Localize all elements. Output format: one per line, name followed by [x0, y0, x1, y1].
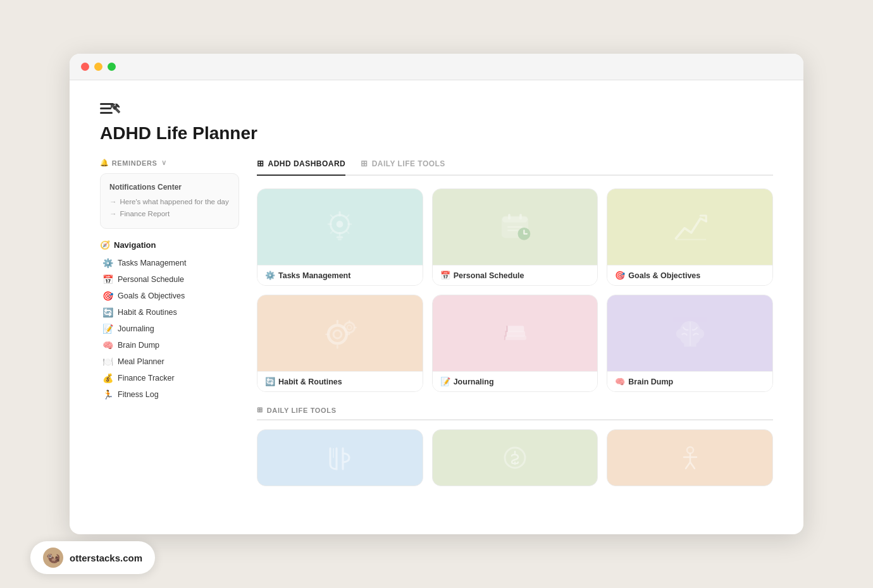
nav-header: 🧭 Navigation: [100, 240, 239, 250]
daily-tools-divider: ⊞ DAILY LIFE TOOLS: [257, 406, 773, 420]
app-window: ADHD Life Planner 🔔 REMINDERS ∨ Notifica…: [70, 54, 803, 534]
card-goals-visual: [607, 189, 772, 265]
card-habits-label-icon: 🔄: [265, 377, 275, 386]
sidebar-item-journaling[interactable]: 📝 Journaling: [100, 321, 239, 337]
card-schedule-label: 📅 Personal Schedule: [433, 265, 598, 285]
journaling-icon: 📝: [102, 324, 113, 334]
svg-line-8: [331, 215, 333, 217]
reminders-icon: 🔔: [100, 159, 109, 167]
tab-dashboard-icon: ⊞: [257, 159, 264, 168]
minimize-button[interactable]: [94, 63, 102, 71]
card-journaling-label-icon: 📝: [440, 377, 450, 386]
card-tasks-label: ⚙️ Tasks Management: [257, 265, 423, 285]
svg-point-29: [345, 322, 355, 333]
sidebar-item-finance[interactable]: 💰 Finance Tracker: [100, 370, 239, 386]
card-fitness-log[interactable]: [607, 429, 773, 486]
goals-icon: 🎯: [102, 291, 113, 301]
card-schedule-visual: [433, 189, 598, 265]
daily-tools-grid: [257, 429, 773, 486]
sidebar-item-tasks[interactable]: ⚙️ Tasks Management: [100, 255, 239, 271]
notif-link-2[interactable]: → Finance Report: [109, 210, 230, 217]
svg-line-11: [347, 231, 349, 233]
notifications-box: Notifications Center → Here's what happe…: [100, 173, 239, 229]
card-finance-tracker[interactable]: [432, 429, 598, 486]
svg-rect-37: [506, 326, 524, 332]
sidebar-item-meal[interactable]: 🍽️ Meal Planner: [100, 353, 239, 370]
close-button[interactable]: [81, 63, 89, 71]
braindump-icon: 🧠: [102, 340, 113, 350]
card-schedule[interactable]: 📅 Personal Schedule: [432, 188, 598, 286]
sidebar: 🔔 REMINDERS ∨ Notifications Center → Her…: [100, 159, 239, 486]
fitness-icon: 🏃: [102, 389, 113, 400]
tab-bar: ⊞ ADHD DASHBOARD ⊞ DAILY LIFE TOOLS: [257, 159, 773, 176]
notif-link-1[interactable]: → Here's what happened for the day: [109, 198, 230, 205]
svg-rect-1: [100, 107, 111, 109]
finance-icon: 💰: [102, 373, 113, 383]
daily-tools-grid-icon: ⊞: [257, 406, 263, 414]
titlebar: [70, 54, 803, 80]
sidebar-item-goals[interactable]: 🎯 Goals & Objectives: [100, 288, 239, 304]
card-goals[interactable]: 🎯 Goals & Objectives: [607, 188, 773, 286]
card-tasks-visual: [257, 189, 423, 265]
svg-line-10: [331, 231, 333, 233]
card-tasks[interactable]: ⚙️ Tasks Management: [257, 188, 423, 286]
card-schedule-label-icon: 📅: [440, 271, 450, 280]
card-fitness-visual: [607, 430, 772, 486]
svg-rect-2: [100, 112, 113, 114]
svg-point-42: [687, 447, 693, 453]
card-goals-label: 🎯 Goals & Objectives: [607, 265, 772, 285]
reminders-section-title: 🔔 REMINDERS ∨: [100, 159, 239, 167]
nav-compass-icon: 🧭: [100, 240, 110, 250]
card-habits-label: 🔄 Habit & Routines: [257, 371, 423, 391]
otter-avatar: 🦦: [43, 548, 63, 568]
nav-section: 🧭 Navigation ⚙️ Tasks Management 📅 Perso…: [100, 240, 239, 403]
card-journaling-label: 📝 Journaling: [433, 371, 598, 391]
card-habits[interactable]: 🔄 Habit & Routines: [257, 295, 423, 392]
tab-tools-icon: ⊞: [361, 159, 368, 168]
arrow-icon-1: →: [109, 198, 117, 205]
tab-dashboard[interactable]: ⊞ ADHD DASHBOARD: [257, 159, 345, 176]
card-journaling-visual: [433, 295, 598, 371]
app-content: ADHD Life Planner 🔔 REMINDERS ∨ Notifica…: [70, 80, 803, 501]
card-braindump-label-icon: 🧠: [615, 377, 625, 386]
svg-line-9: [347, 215, 349, 217]
card-meal-visual: [257, 430, 423, 486]
svg-rect-20: [519, 214, 522, 219]
tasks-icon: ⚙️: [102, 258, 113, 268]
svg-point-12: [337, 221, 344, 228]
svg-rect-16: [502, 217, 528, 223]
main-panel: ⊞ ADHD DASHBOARD ⊞ DAILY LIFE TOOLS: [257, 159, 773, 486]
maximize-button[interactable]: [108, 63, 116, 71]
app-title: ADHD Life Planner: [100, 123, 773, 144]
main-layout: 🔔 REMINDERS ∨ Notifications Center → Her…: [100, 159, 773, 486]
card-braindump[interactable]: 🧠 Brain Dump: [607, 295, 773, 392]
card-braindump-visual: [607, 295, 772, 371]
tab-daily-tools[interactable]: ⊞ DAILY LIFE TOOLS: [361, 159, 445, 175]
habits-icon: 🔄: [102, 307, 113, 317]
card-journaling[interactable]: 📝 Journaling: [432, 295, 598, 392]
card-braindump-label: 🧠 Brain Dump: [607, 371, 772, 391]
meal-icon: 🍽️: [102, 357, 113, 367]
notifications-title: Notifications Center: [109, 183, 230, 192]
svg-point-24: [333, 331, 342, 339]
card-habits-visual: [257, 295, 423, 371]
branding-site: otterstacks.com: [70, 553, 142, 563]
arrow-icon-2: →: [109, 210, 117, 217]
sidebar-item-habits[interactable]: 🔄 Habit & Routines: [100, 304, 239, 321]
app-logo-icon: [100, 101, 773, 118]
svg-rect-19: [508, 214, 511, 219]
card-meal-planner[interactable]: [257, 429, 423, 486]
branding-badge[interactable]: 🦦 otterstacks.com: [30, 541, 155, 574]
card-goals-label-icon: 🎯: [615, 271, 625, 280]
sidebar-item-braindump[interactable]: 🧠 Brain Dump: [100, 337, 239, 353]
schedule-icon: 📅: [102, 274, 113, 285]
svg-point-30: [347, 325, 352, 329]
sidebar-item-schedule[interactable]: 📅 Personal Schedule: [100, 271, 239, 288]
card-tasks-label-icon: ⚙️: [265, 271, 275, 280]
dashboard-cards-grid: ⚙️ Tasks Management: [257, 188, 773, 392]
sidebar-item-fitness[interactable]: 🏃 Fitness Log: [100, 386, 239, 403]
card-finance-visual: [433, 430, 598, 486]
